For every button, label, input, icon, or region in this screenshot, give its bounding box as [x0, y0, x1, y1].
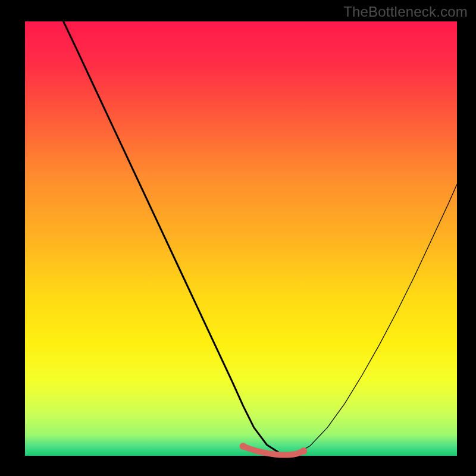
plot-background [25, 21, 457, 456]
chart-frame: TheBottleneck.com [0, 0, 476, 476]
bottleneck-chart [0, 0, 476, 476]
band-endpoint-right [300, 447, 307, 455]
band-endpoint-left [240, 443, 247, 450]
watermark-text: TheBottleneck.com [343, 4, 468, 20]
